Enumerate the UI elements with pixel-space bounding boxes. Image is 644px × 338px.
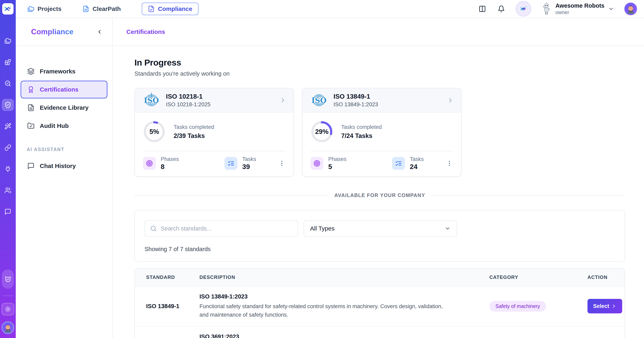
sidebar-header: Compliance — [16, 18, 112, 46]
select-button[interactable]: Select — [588, 299, 622, 314]
sidebar-item-label: Audit Hub — [40, 122, 69, 129]
breadcrumb[interactable]: Certifications — [126, 28, 165, 35]
notifications-button[interactable] — [497, 4, 506, 13]
sidebar-item-chat-history[interactable]: Chat History — [20, 157, 108, 175]
phases-value: 5 — [328, 163, 346, 171]
page-title: In Progress — [134, 58, 625, 67]
rail-bottom — [2, 270, 14, 338]
sidebar-collapse-button[interactable] — [96, 29, 102, 35]
card-titles: ISO 13849-1 ISO 13849-1:2023 — [334, 93, 378, 108]
category-badge: Safety of machinery — [489, 301, 546, 312]
column-description: DESCRIPTION — [200, 275, 489, 280]
sidebar: Compliance Frameworks Certifications Evi… — [16, 18, 113, 338]
kebab-icon — [278, 160, 286, 167]
tab-projects[interactable]: Projects — [28, 5, 61, 12]
results-count: Showing 7 of 7 standards — [144, 246, 615, 253]
rail-link-icon[interactable] — [2, 142, 14, 154]
tasks-completed-value: 7/24 Tasks — [341, 132, 382, 140]
filters-row: All Types — [144, 220, 615, 237]
rail-wand-icon[interactable] — [2, 120, 14, 132]
sidebar-item-frameworks[interactable]: Frameworks — [20, 62, 108, 80]
tab-label: Compliance — [158, 5, 192, 12]
type-filter-value: All Types — [310, 225, 334, 232]
chevron-right-icon[interactable] — [280, 97, 286, 104]
tasks-value: 39 — [242, 163, 256, 171]
phases-stat: Phases 5 — [310, 156, 392, 171]
layers-icon — [27, 68, 34, 75]
tab-compliance[interactable]: Compliance — [142, 2, 198, 15]
kebab-icon — [446, 160, 453, 167]
sidebar-item-certifications[interactable]: Certifications — [20, 81, 108, 98]
rail-projects-icon[interactable] — [2, 35, 14, 47]
rail-user-avatar[interactable] — [2, 322, 14, 334]
main-content: Certifications In Progress Standards you… — [113, 18, 644, 338]
sidebar-item-label: Certifications — [40, 86, 78, 93]
card-body: 5% Tasks completed 2/39 Tasks — [135, 112, 294, 151]
file-text-icon — [27, 104, 34, 111]
divider-label: AVAILABLE FOR YOUR COMPANY — [334, 192, 425, 198]
standard-title: ISO 3691:2023 — [200, 333, 443, 338]
rail-chat-icon[interactable] — [2, 206, 14, 218]
panel-toggle-button[interactable] — [478, 4, 487, 13]
search-input[interactable] — [161, 225, 292, 232]
card-titles: ISO 10218-1 ISO 10218-1:2025 — [166, 93, 210, 108]
topbar-actions: Awesome Robots owner — [478, 1, 637, 16]
tab-clearpath[interactable]: ClearPath — [82, 5, 121, 12]
in-progress-cards: ISO ISO 10218-1 ISO 10218-1:2025 — [134, 88, 625, 177]
panel-columns-icon — [479, 5, 486, 12]
tasks-completed-value: 2/39 Tasks — [174, 132, 214, 140]
table-row: ISO 3691 ISO 3691:2023 Safety requiremen… — [135, 326, 624, 338]
sidebar-item-label: Frameworks — [40, 68, 76, 75]
rail-search-check-icon[interactable] — [2, 77, 14, 89]
user-avatar[interactable] — [624, 2, 637, 15]
card-header[interactable]: ISO ISO 13849-1 ISO 13849-1:2023 — [302, 88, 461, 112]
standard-description: Functional safety standard for safety-re… — [200, 302, 443, 319]
sidebar-nav: Frameworks Certifications Evidence Libra… — [16, 46, 112, 175]
ai-assistant-button[interactable] — [516, 1, 531, 16]
rail-blocks-icon[interactable] — [2, 56, 14, 68]
phases-label: Phases — [328, 156, 346, 162]
target-icon — [143, 157, 156, 170]
standard-card-iso-13849-1: ISO ISO 13849-1 ISO 13849-1:2023 — [302, 88, 462, 177]
checklist-icon — [392, 157, 405, 170]
tab-label: ClearPath — [92, 5, 121, 12]
page-scroll[interactable]: In Progress Standards you're actively wo… — [113, 46, 644, 338]
chevron-down-icon — [444, 226, 450, 232]
message-square-icon — [27, 162, 34, 170]
chevron-right-icon[interactable] — [447, 97, 454, 104]
checklist-icon — [224, 157, 238, 170]
theme-toggle-sun-icon[interactable] — [2, 303, 14, 316]
rail-divider — [3, 296, 12, 296]
card-menu-button[interactable] — [446, 160, 453, 167]
rail-compliance-shield-icon[interactable] — [2, 99, 14, 111]
iso-logo: ISO — [310, 91, 328, 109]
folder-icon — [28, 5, 34, 12]
account-menu[interactable]: Awesome Robots owner — [541, 2, 614, 15]
select-button-label: Select — [593, 303, 609, 309]
sidebar-item-evidence-library[interactable]: Evidence Library — [20, 99, 108, 117]
sidebar-item-audit-hub[interactable]: Audit Hub — [20, 117, 108, 135]
type-filter-select[interactable]: All Types — [304, 220, 457, 237]
card-header[interactable]: ISO ISO 10218-1 ISO 10218-1:2025 — [135, 88, 294, 112]
search-icon — [150, 225, 157, 232]
rail-plug-icon[interactable] — [2, 163, 14, 175]
progress-percent: 5% — [143, 120, 166, 143]
description-cell: ISO 13849-1:2023 Functional safety stand… — [200, 293, 489, 319]
sparkle-logo-icon — [4, 5, 12, 13]
phases-stat: Phases 8 — [143, 156, 224, 171]
tasks-label: Tasks — [242, 156, 256, 162]
card-footer: Phases 5 Tasks 24 — [310, 151, 453, 176]
progress-ring: 29% — [310, 120, 333, 143]
topbar: Projects ClearPath Compliance — [16, 0, 644, 18]
column-category: CATEGORY — [489, 275, 588, 280]
tasks-completed-label: Tasks completed — [174, 124, 214, 130]
progress-ring: 5% — [143, 120, 166, 143]
alarm-check-icon[interactable] — [2, 270, 14, 289]
card-menu-button[interactable] — [278, 160, 286, 167]
rail-users-icon[interactable] — [2, 184, 14, 196]
icon-rail — [0, 0, 16, 338]
rail-nav — [2, 14, 14, 218]
app-logo[interactable] — [2, 3, 14, 14]
iso-logo: ISO — [142, 91, 161, 109]
standard-card-iso-10218-1: ISO ISO 10218-1 ISO 10218-1:2025 — [134, 88, 294, 177]
